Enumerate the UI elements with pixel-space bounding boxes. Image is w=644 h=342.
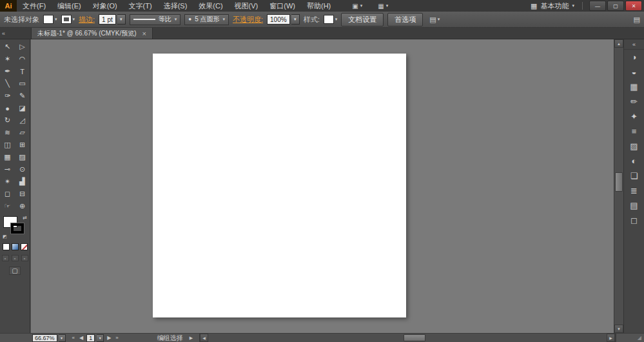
opacity-panel-link[interactable]: 不透明度: xyxy=(233,15,263,25)
canvas-area[interactable] xyxy=(31,39,614,333)
none-button[interactable] xyxy=(21,243,28,250)
tab-close-icon[interactable]: × xyxy=(142,30,146,37)
pen-tool-button[interactable]: ✒ xyxy=(0,65,15,77)
color-guide-panel-button[interactable]: ◒ xyxy=(624,65,644,79)
horizontal-scroll-thumb[interactable] xyxy=(404,334,425,341)
help-menu[interactable]: 帮助(H) xyxy=(301,0,337,12)
scroll-up-button[interactable]: ▲ xyxy=(614,39,623,48)
expand-panels-button[interactable]: « xyxy=(624,39,644,50)
opacity-dropdown-button[interactable]: ▾ xyxy=(291,14,300,25)
maximize-button[interactable]: ▢ xyxy=(607,1,624,11)
scale-tool-button[interactable]: ◿ xyxy=(15,114,30,126)
stroke-width-combo[interactable]: 1 pt ▾ xyxy=(99,14,126,25)
variable-width-profile-dropdown[interactable]: 等比 ▾ xyxy=(130,14,181,25)
style-picker[interactable]: ▾ xyxy=(324,15,338,24)
line-segment-tool-button[interactable]: ╲ xyxy=(0,77,15,90)
opacity-field[interactable]: 100% xyxy=(267,14,290,25)
gradient-panel-button[interactable]: ▨ xyxy=(624,139,644,154)
effect-menu[interactable]: 效果(C) xyxy=(193,0,228,12)
artboard-tool-button[interactable]: ◻ xyxy=(0,188,15,200)
draw-normal-mode-button[interactable]: ▫ xyxy=(2,255,9,261)
minimize-button[interactable]: — xyxy=(589,1,606,11)
perspective-grid-tool-button[interactable]: ⊞ xyxy=(15,139,30,151)
style-swatch[interactable] xyxy=(324,15,334,24)
mesh-tool-button[interactable]: ▦ xyxy=(0,151,15,163)
selection-tool-button[interactable]: ↖ xyxy=(0,41,15,53)
fill-color-picker[interactable]: ▾ xyxy=(43,15,57,24)
stroke-color-box[interactable] xyxy=(11,223,24,234)
eraser-tool-button[interactable]: ◪ xyxy=(15,102,30,114)
next-artboard-button[interactable]: ▶ xyxy=(106,335,112,341)
default-fill-stroke-icon[interactable]: ◩ xyxy=(3,234,7,239)
status-flyout-button[interactable]: ▶ xyxy=(190,336,193,341)
transparency-panel-button[interactable]: ◐ xyxy=(624,154,644,168)
control-bar-options-button[interactable]: ▤ xyxy=(634,15,640,24)
draw-behind-mode-button[interactable]: ▫ xyxy=(12,255,19,261)
slice-tool-button[interactable]: ⊟ xyxy=(15,188,30,200)
layers-panel-button[interactable]: ▤ xyxy=(624,198,644,213)
blend-tool-button[interactable]: ⊙ xyxy=(15,163,30,176)
shape-builder-tool-button[interactable]: ◫ xyxy=(0,139,15,151)
object-menu[interactable]: 对象(O) xyxy=(87,0,123,12)
brushes-panel-button[interactable]: ✏ xyxy=(624,94,644,109)
hand-tool-button[interactable]: ☞ xyxy=(0,200,15,212)
swatches-panel-button[interactable]: ▦ xyxy=(624,79,644,94)
last-artboard-button[interactable]: » xyxy=(114,335,119,341)
gradient-button[interactable] xyxy=(12,243,19,250)
color-panel-button[interactable]: ◑ xyxy=(624,50,644,65)
vertical-scroll-thumb[interactable] xyxy=(615,172,623,192)
rotate-tool-button[interactable]: ↻ xyxy=(0,114,15,126)
stroke-swatch[interactable] xyxy=(61,15,72,24)
eyedropper-tool-button[interactable]: ⊸ xyxy=(0,163,15,176)
swap-fill-stroke-icon[interactable]: ⇄ xyxy=(23,215,27,221)
opacity-combo[interactable]: 100% ▾ xyxy=(267,14,300,25)
blob-brush-tool-button[interactable]: ● xyxy=(0,102,15,114)
paintbrush-tool-button[interactable]: ✑ xyxy=(0,90,15,102)
artboards-panel-button[interactable]: ◻ xyxy=(624,213,644,228)
view-menu[interactable]: 视图(V) xyxy=(229,0,264,12)
stroke-width-dropdown-button[interactable]: ▾ xyxy=(117,14,126,25)
vertical-scrollbar[interactable]: ▲ ▼ xyxy=(614,39,623,333)
screen-mode-button[interactable]: ▢ xyxy=(9,267,21,275)
window-menu[interactable]: 窗口(W) xyxy=(264,0,301,12)
preferences-button[interactable]: 首选项 xyxy=(387,13,423,26)
fill-swatch[interactable] xyxy=(43,15,54,24)
magic-wand-tool-button[interactable]: ✶ xyxy=(0,53,15,65)
direct-selection-tool-button[interactable]: ▷ xyxy=(15,41,30,53)
free-transform-tool-button[interactable]: ▱ xyxy=(15,126,30,139)
graphic-styles-panel-button[interactable]: ❏ xyxy=(624,168,644,183)
document-setup-button[interactable]: 文档设置 xyxy=(341,13,384,26)
stroke-panel-link[interactable]: 描边: xyxy=(79,15,95,25)
first-artboard-button[interactable]: « xyxy=(71,335,76,341)
control-panel-menu-button[interactable]: ▤ ▾ xyxy=(429,15,440,24)
symbol-sprayer-tool-button[interactable]: ✴ xyxy=(0,176,15,188)
stroke-panel-button[interactable]: ≡ xyxy=(624,124,644,139)
file-menu[interactable]: 文件(F) xyxy=(17,0,52,12)
gradient-tool-button[interactable]: ▨ xyxy=(15,151,30,163)
pencil-tool-button[interactable]: ✎ xyxy=(15,90,30,102)
width-tool-button[interactable]: ≋ xyxy=(0,126,15,139)
select-menu[interactable]: 选择(S) xyxy=(158,0,193,12)
document-tab[interactable]: 未标题-1* @ 66.67% (CMYK/预览) × xyxy=(31,28,153,39)
scroll-down-button[interactable]: ▼ xyxy=(614,325,623,333)
scroll-left-button[interactable]: ◀ xyxy=(200,334,208,342)
toolbar-collapse-button[interactable]: « xyxy=(0,28,31,39)
artboard[interactable] xyxy=(153,54,406,317)
document-layout-button[interactable]: ▦ ▾ xyxy=(378,3,388,10)
artboard-dropdown-button[interactable]: ▾ xyxy=(97,334,104,342)
type-tool-button[interactable]: T xyxy=(15,65,30,77)
close-button[interactable]: ✕ xyxy=(625,1,642,11)
vertical-scroll-track[interactable] xyxy=(614,48,623,325)
artboard-number-field[interactable]: 1 xyxy=(86,334,95,342)
rectangle-tool-button[interactable]: ▭ xyxy=(15,77,30,90)
appearance-panel-button[interactable]: ≣ xyxy=(624,183,644,198)
stroke-color-picker[interactable]: ▾ xyxy=(61,15,75,24)
color-button[interactable] xyxy=(3,243,10,250)
previous-artboard-button[interactable]: ◀ xyxy=(78,335,84,341)
scroll-right-button[interactable]: ▶ xyxy=(607,334,615,342)
arrange-documents-button[interactable]: ▣ ▾ xyxy=(352,3,362,10)
horizontal-scrollbar[interactable]: ◀ ▶ xyxy=(199,334,616,342)
lasso-tool-button[interactable]: ◠ xyxy=(15,53,30,65)
edit-menu[interactable]: 编辑(E) xyxy=(52,0,87,12)
symbols-panel-button[interactable]: ✦ xyxy=(624,109,644,124)
